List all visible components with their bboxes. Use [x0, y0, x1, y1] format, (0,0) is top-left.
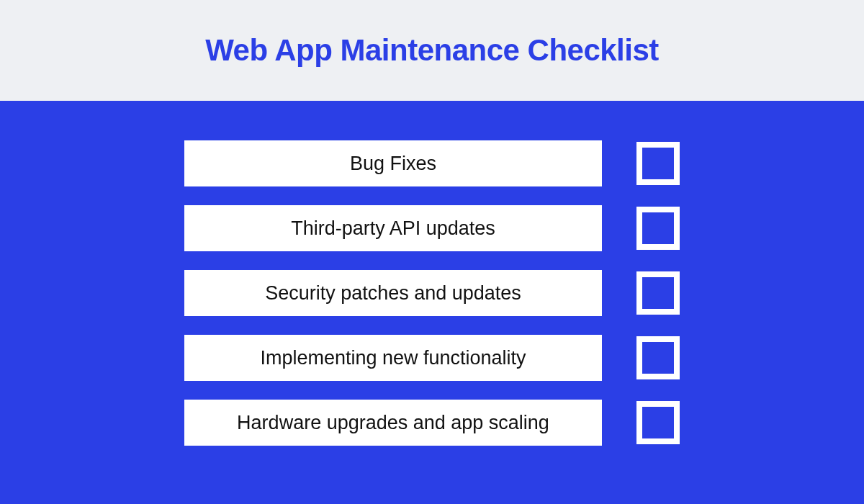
checklist-item-label: Hardware upgrades and app scaling: [184, 400, 602, 446]
page-title: Web App Maintenance Checklist: [205, 33, 659, 68]
checklist-row: Security patches and updates: [184, 270, 680, 316]
checklist-item-label: Third-party API updates: [184, 205, 602, 251]
checkbox-icon[interactable]: [636, 142, 680, 185]
checkbox-icon[interactable]: [636, 401, 680, 444]
checklist-item-label: Implementing new functionality: [184, 335, 602, 381]
checklist-row: Bug Fixes: [184, 140, 680, 186]
checklist-row: Hardware upgrades and app scaling: [184, 400, 680, 446]
checkbox-icon[interactable]: [636, 336, 680, 379]
header: Web App Maintenance Checklist: [0, 0, 864, 101]
checklist-item-label: Security patches and updates: [184, 270, 602, 316]
checklist-item-label: Bug Fixes: [184, 140, 602, 186]
checklist-row: Implementing new functionality: [184, 335, 680, 381]
checklist-panel: Bug Fixes Third-party API updates Securi…: [0, 101, 864, 504]
checkbox-icon[interactable]: [636, 271, 680, 315]
checkbox-icon[interactable]: [636, 207, 680, 250]
checklist-row: Third-party API updates: [184, 205, 680, 251]
